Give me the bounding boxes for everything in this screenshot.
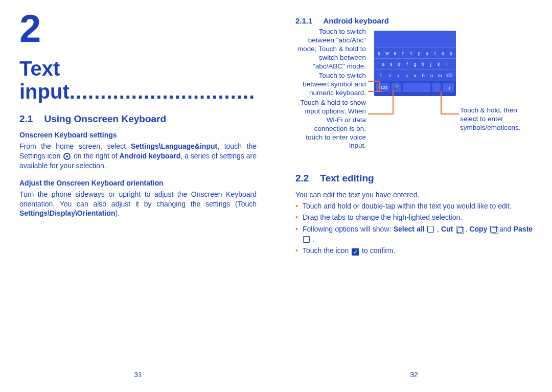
bullet-icon: • [295, 224, 303, 245]
manual-page-right: 2.1.1 Android keyboard Touch to switch b… [276, 0, 552, 392]
para-orientation: Turn the phone sideways or upright to ad… [19, 190, 257, 219]
bullet-2: • Drag the tabs to change the high-light… [295, 212, 533, 222]
callout-line [379, 81, 380, 91]
callouts-left: Touch to switch between "abc/Abc" mode; … [295, 28, 368, 151]
delete-key-icon: ⌫ [445, 73, 454, 78]
callout-symbol-numeric: Touch to switch between symbol and numer… [295, 72, 366, 98]
period-key: . [432, 83, 441, 92]
keyboard-screen: q w e r t y u i o p a s d f g h [374, 31, 456, 96]
page-number-right: 32 [410, 371, 418, 379]
para-onscreen-settings: From the home screen, select Settings\La… [19, 142, 257, 171]
keyboard-row-bottom: ?123 🎤 . :-) [374, 81, 456, 94]
keyboard-row-2: a s d f g h j k l [374, 58, 456, 70]
shift-key-icon: ⇧ [376, 73, 385, 78]
subheading-onscreen-settings: Onscreen Keyboard settings [19, 131, 257, 139]
subsection-number: 2.1.1 [295, 16, 321, 25]
callout-line [368, 81, 379, 82]
bullet-3: • Following options will show: Select al… [295, 224, 533, 245]
confirm-check-icon: ✓ [352, 248, 359, 256]
subsection-2-1-1-header: 2.1.1 Android keyboard [295, 16, 533, 26]
bullet-1: • Touch and hold or double-tap within th… [295, 201, 533, 211]
section-title: Text editing [320, 173, 374, 184]
paste-icon [303, 236, 310, 243]
section-2-2-header: 2.2 Text editing [295, 173, 533, 184]
callout-line [368, 113, 393, 114]
page-number-left: 31 [134, 371, 142, 379]
callout-abc-mode: Touch to switch between "abc/Abc" mode; … [295, 28, 366, 71]
callout-line [441, 91, 442, 114]
callouts-right: Touch & hold, then select to enter symbo… [457, 106, 532, 132]
text-editing-intro: You can edit the text you have entered. [295, 190, 533, 200]
space-key [403, 83, 430, 92]
gear-icon [63, 153, 71, 160]
bullet-4: • Touch the icon ✓ to confirm. [295, 245, 533, 256]
subheading-orientation: Adjust the Onscreen Keyboard orientation [19, 179, 257, 187]
section-number: 2.1 [19, 113, 42, 125]
callout-line [441, 113, 459, 114]
section-2-1-header: 2.1 Using Onscreen Keyboard [19, 113, 257, 125]
keyboard-graphic: q w e r t y u i o p a s d f g h [369, 28, 457, 125]
chapter-number: 2 [19, 9, 41, 48]
manual-page-left: 2 Text input............................… [0, 0, 276, 392]
bullet-icon: • [295, 212, 303, 222]
select-all-icon [427, 226, 434, 233]
keyboard-row-3: ⇧ z x c v b n m ⌫ [374, 70, 456, 81]
keyboard-row-1: q w e r t y u i o p [374, 47, 456, 58]
emoticon-key: :-) [443, 83, 454, 92]
callout-line [368, 91, 382, 92]
keyboard-diagram: Touch to switch between "abc/Abc" mode; … [295, 28, 533, 151]
section-title: Using Onscreen Keyboard [44, 113, 166, 125]
chapter-title: Text input.............................. [19, 57, 257, 103]
bullet-icon: • [295, 201, 303, 211]
subsection-title: Android keyboard [323, 16, 388, 25]
section-number: 2.2 [295, 173, 318, 184]
copy-icon [490, 226, 497, 233]
chapter-header: 2 Text input............................… [19, 9, 257, 103]
callout-line [393, 91, 394, 114]
cut-icon [456, 226, 463, 233]
callout-input-options: Touch & hold to show input options; When… [295, 99, 366, 150]
bullet-icon: • [295, 245, 303, 256]
callout-symbols-emoticons: Touch & hold, then select to enter symbo… [460, 106, 532, 132]
